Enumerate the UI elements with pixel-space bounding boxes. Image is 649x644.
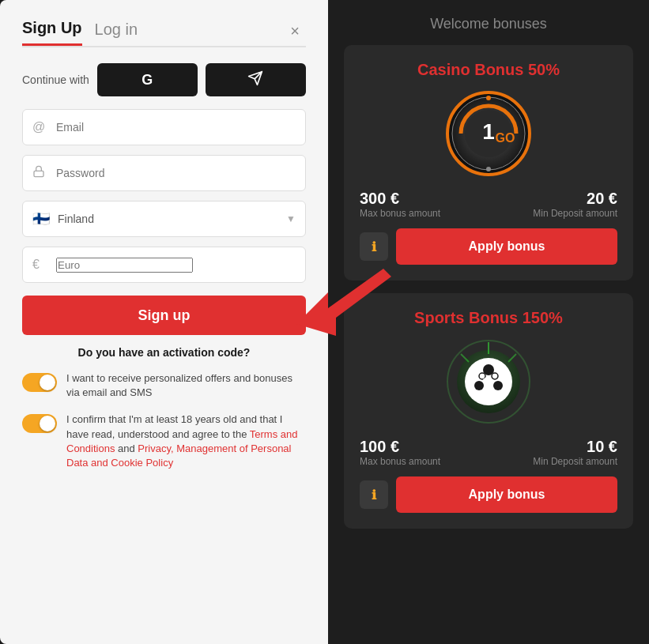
auth-tabs: Sign Up Log in × [22, 19, 306, 47]
casino-info-button[interactable]: ℹ [360, 232, 388, 261]
offers-toggle[interactable] [22, 373, 57, 392]
offers-toggle-row: I want to receive personalized offers an… [22, 371, 306, 400]
tab-login[interactable]: Log in [95, 21, 138, 45]
telegram-icon [247, 70, 263, 89]
google-login-button[interactable]: G [97, 63, 198, 96]
casino-bonus-actions: ℹ Apply bonus [360, 228, 617, 265]
chevron-down-icon: ▼ [286, 213, 296, 224]
terms-toggle[interactable] [22, 414, 57, 433]
sports-bonus-amounts: 100 € Max bonus amount 10 € Min Deposit … [360, 438, 617, 467]
sports-bonus-actions: ℹ Apply bonus [360, 476, 617, 513]
terms-text-2: and [115, 443, 138, 454]
casino-bonus-card: Casino Bonus 50% 1 GO [344, 45, 633, 281]
social-login-row: Continue with G [22, 63, 306, 96]
email-input[interactable] [56, 121, 296, 134]
sports-max-amount: 100 € Max bonus amount [360, 438, 440, 467]
country-select[interactable]: 🇫🇮 Finland ▼ [22, 201, 306, 237]
casino-logo: 1 GO [445, 90, 532, 177]
svg-text:1: 1 [481, 371, 496, 399]
google-icon: G [141, 72, 153, 89]
sports-min-amount: 10 € Min Deposit amount [533, 438, 617, 467]
bonuses-panel: Welcome bonuses Casino Bonus 50% [328, 0, 649, 644]
sports-bonus-title: Sports Bonus 150% [360, 309, 617, 327]
finland-flag-icon: 🇫🇮 [32, 210, 50, 228]
sports-apply-button[interactable]: Apply bonus [396, 476, 617, 513]
svg-point-6 [486, 96, 491, 100]
svg-text:1: 1 [482, 119, 495, 144]
continue-label: Continue with [22, 73, 89, 86]
euro-icon: € [32, 258, 48, 272]
sports-bonus-card: Sports Bonus 150% [344, 293, 633, 529]
svg-line-18 [508, 354, 516, 362]
close-button[interactable]: × [284, 19, 306, 43]
casino-bonus-amounts: 300 € Max bonus amount 20 € Min Deposit … [360, 190, 617, 219]
password-field-wrapper [22, 155, 306, 191]
password-input[interactable] [56, 167, 296, 179]
info-icon: ℹ [372, 239, 376, 254]
sports-info-button[interactable]: ℹ [360, 480, 388, 509]
svg-point-7 [486, 167, 491, 171]
tab-signup[interactable]: Sign Up [22, 19, 82, 46]
svg-rect-0 [34, 171, 43, 176]
currency-input[interactable] [56, 258, 193, 273]
info-icon-sports: ℹ [372, 488, 376, 503]
svg-line-19 [461, 354, 469, 362]
email-icon: @ [32, 120, 48, 134]
svg-text:GO: GO [496, 131, 515, 145]
currency-field-wrapper: € [22, 247, 306, 283]
email-field-wrapper: @ [22, 109, 306, 145]
casino-bonus-title: Casino Bonus 50% [360, 61, 617, 79]
casino-max-amount: 300 € Max bonus amount [360, 190, 440, 219]
casino-min-amount: 20 € Min Deposit amount [533, 190, 617, 219]
casino-apply-button[interactable]: Apply bonus [396, 228, 617, 265]
country-value: Finland [58, 213, 286, 225]
lock-icon [32, 165, 48, 181]
offers-toggle-label: I want to receive personalized offers an… [66, 371, 306, 400]
welcome-title: Welcome bonuses [344, 16, 633, 32]
activation-code-link[interactable]: Do you have an activation code? [22, 346, 306, 359]
telegram-login-button[interactable] [206, 63, 306, 96]
sports-logo: 1 [445, 338, 532, 425]
terms-toggle-row: I confirm that I'm at least 18 years old… [22, 412, 306, 470]
signup-button[interactable]: Sign up [22, 296, 306, 335]
terms-toggle-label: I confirm that I'm at least 18 years old… [66, 412, 306, 470]
signup-panel: Sign Up Log in × Continue with G @ [0, 0, 328, 644]
